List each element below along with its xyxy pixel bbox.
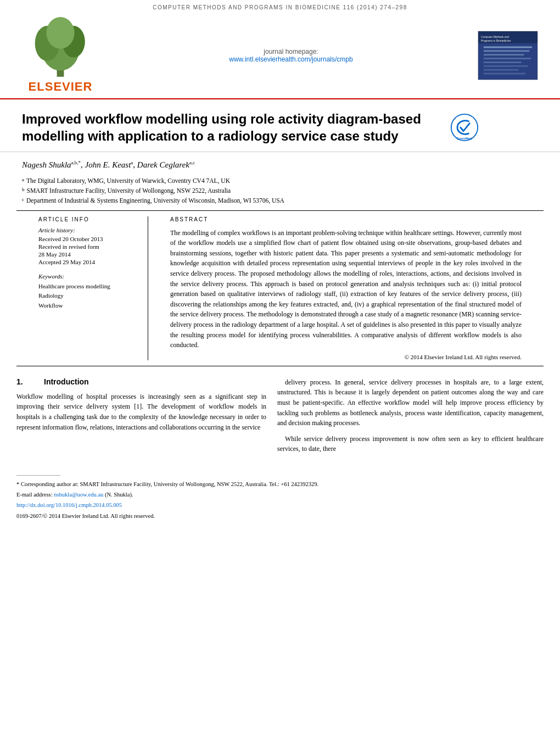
- revised-form-label: Received in revised form: [38, 243, 137, 250]
- author-2-sup: a: [131, 160, 133, 165]
- journal-cover-svg: Computer Methods and Programs in Biomedi…: [478, 31, 537, 80]
- article-info-panel: ARTICLE INFO Article history: Received 2…: [38, 216, 148, 360]
- affiliations-list: a The Digital Laboratory, WMG, Universit…: [22, 176, 538, 206]
- journal-citation: COMPUTER METHODS AND PROGRAMS IN BIOMEDI…: [153, 4, 407, 10]
- introduction-heading: 1. Introduction: [16, 377, 266, 386]
- affiliation-1: a The Digital Laboratory, WMG, Universit…: [22, 176, 538, 186]
- main-column-left: 1. Introduction Workflow modelling of ho…: [16, 377, 266, 460]
- main-column-right: delivery process. In general, service de…: [277, 377, 544, 460]
- svg-rect-12: [484, 58, 531, 59]
- doi-link[interactable]: http://dx.doi.org/10.1016/j.cmpb.2014.05…: [16, 502, 122, 508]
- section-number: 1.: [16, 377, 33, 386]
- email-link[interactable]: nshukla@uow.edu.au: [54, 492, 103, 498]
- history-label: Article history:: [38, 227, 137, 233]
- journal-homepage-label: journal homepage:: [264, 48, 318, 55]
- author-3-sup: a,c: [189, 160, 195, 165]
- svg-rect-11: [484, 54, 524, 55]
- author-3-name: Darek Ceglarek: [137, 160, 189, 169]
- abstract-copyright: © 2014 Elsevier Ireland Ltd. All rights …: [170, 354, 522, 360]
- affil-3-text: Department of Industrial & Systems Engin…: [26, 196, 284, 205]
- intro-paragraph-3: While service delivery process improveme…: [277, 434, 544, 454]
- keyword-3: Workflow: [38, 301, 137, 311]
- author-2-name: John E. Keast: [85, 160, 131, 169]
- article-info-heading: ARTICLE INFO: [38, 216, 137, 222]
- received-date: Received 20 October 2013: [38, 236, 137, 242]
- email-label: E-mail address:: [16, 492, 53, 498]
- elsevier-tree-icon: [16, 17, 104, 79]
- article-info-abstract: ARTICLE INFO Article history: Received 2…: [16, 210, 544, 366]
- author-1-name: Nagesh Shukla: [22, 160, 71, 169]
- email-note: E-mail address: nshukla@uow.edu.au (N. S…: [16, 490, 544, 500]
- keywords-label: Keywords:: [38, 273, 137, 280]
- footer-divider: [16, 475, 60, 476]
- affil-3-sup: c: [22, 196, 24, 205]
- svg-rect-15: [484, 69, 519, 71]
- paper-title: Improved workflow modelling using role a…: [22, 110, 450, 144]
- abstract-heading: ABSTRACT: [170, 216, 522, 222]
- crossmark-logo: CrossMark: [450, 113, 483, 146]
- svg-text:Programs in Biomedicine: Programs in Biomedicine: [481, 40, 511, 42]
- section-title: Introduction: [44, 377, 89, 386]
- journal-homepage-link[interactable]: www.intl.elsevierhealth.com/journals/cmp…: [229, 55, 352, 63]
- svg-rect-10: [484, 50, 529, 52]
- authors-list: Nagesh Shuklaa,b,*, John E. Keasta, Dare…: [22, 159, 538, 171]
- affil-2-sup: b: [22, 186, 25, 196]
- elsevier-brand-name: ELSEVIER: [29, 80, 93, 94]
- author-1-sup: a,b,*: [71, 160, 81, 165]
- revised-date: 28 May 2014: [38, 251, 137, 258]
- affil-1-text: The Digital Laboratory, WMG, University …: [26, 176, 230, 186]
- email-suffix: (N. Shukla).: [105, 492, 133, 498]
- keywords-section: Keywords: Healthcare process modelling R…: [38, 273, 137, 311]
- footer-copyright: 0169-2607/© 2014 Elsevier Ireland Ltd. A…: [16, 512, 544, 521]
- corresponding-note-text: * Corresponding author at: SMART Infrast…: [16, 481, 318, 487]
- svg-rect-14: [484, 65, 528, 67]
- main-content: 1. Introduction Workflow modelling of ho…: [0, 366, 560, 471]
- affil-2-text: SMART Infrastructure Facility, Universit…: [27, 186, 231, 196]
- svg-rect-9: [484, 46, 532, 48]
- abstract-body: The modelling of complex workflows is an…: [170, 228, 522, 350]
- svg-rect-13: [484, 62, 522, 63]
- authors-section: Nagesh Shuklaa,b,*, John E. Keasta, Dare…: [0, 152, 560, 210]
- keyword-1: Healthcare process modelling: [38, 282, 137, 292]
- intro-paragraph-1: Workflow modelling of hospital processes…: [16, 392, 266, 432]
- affil-1-sup: a: [22, 176, 24, 186]
- doi-line: http://dx.doi.org/10.1016/j.cmpb.2014.05…: [16, 501, 544, 510]
- affiliation-3: c Department of Industrial & Systems Eng…: [22, 196, 538, 205]
- svg-rect-16: [484, 73, 526, 75]
- elsevier-logo: ELSEVIER: [16, 17, 104, 94]
- svg-text:Computer Methods and: Computer Methods and: [481, 36, 509, 38]
- accepted-date: Accepted 29 May 2014: [38, 259, 137, 265]
- crossmark-icon: CrossMark: [450, 113, 479, 142]
- keyword-2: Radiology: [38, 291, 137, 301]
- journal-header: ELSEVIER journal homepage: www.intl.else…: [0, 13, 560, 99]
- journal-citation-bar: COMPUTER METHODS AND PROGRAMS IN BIOMEDI…: [0, 0, 560, 13]
- svg-text:CrossMark: CrossMark: [457, 137, 473, 140]
- corresponding-note: * Corresponding author at: SMART Infrast…: [16, 480, 544, 489]
- svg-point-4: [46, 17, 74, 49]
- affiliation-2: b SMART Infrastructure Facility, Univers…: [22, 186, 538, 196]
- abstract-panel: ABSTRACT The modelling of complex workfl…: [165, 216, 522, 360]
- journal-homepage: journal homepage: www.intl.elsevierhealt…: [229, 48, 352, 63]
- intro-paragraph-2: delivery process. In general, service de…: [277, 377, 544, 428]
- page: COMPUTER METHODS AND PROGRAMS IN BIOMEDI…: [0, 0, 560, 742]
- title-section: Improved workflow modelling using role a…: [0, 99, 560, 152]
- journal-cover-image: Computer Methods and Programs in Biomedi…: [478, 31, 538, 80]
- footer-area: * Corresponding author at: SMART Infrast…: [0, 478, 560, 527]
